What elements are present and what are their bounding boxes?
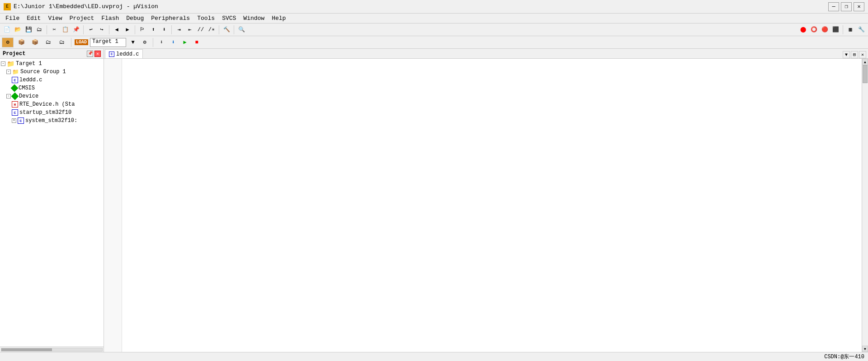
tree-device[interactable]: - Device bbox=[0, 92, 104, 100]
new-file-button[interactable]: 📄 bbox=[2, 25, 12, 35]
tab-dropdown-btn[interactable]: ▼ bbox=[843, 51, 850, 58]
menu-view[interactable]: View bbox=[44, 14, 66, 23]
cut-button[interactable]: ✂ bbox=[49, 25, 59, 35]
scroll-track[interactable] bbox=[862, 65, 868, 346]
tree-cmsis[interactable]: CMSIS bbox=[0, 84, 104, 92]
system-label: system_stm32f10: bbox=[25, 117, 77, 124]
uncomment-button[interactable]: /∗ bbox=[207, 25, 217, 35]
project-btn5[interactable]: 🗂 bbox=[56, 38, 68, 47]
flash-btn[interactable]: ⬇ bbox=[168, 38, 178, 47]
tree-source-group1[interactable]: - 📁 Source Group 1 bbox=[0, 68, 104, 76]
copy-button[interactable]: 📋 bbox=[60, 25, 70, 35]
scroll-down-btn[interactable]: ▼ bbox=[862, 346, 868, 352]
expand-target1-icon[interactable]: - bbox=[1, 61, 5, 66]
project-hscroll-track[interactable] bbox=[1, 348, 103, 352]
maximize-button[interactable]: ❐ bbox=[841, 2, 852, 11]
open-button[interactable]: 📂 bbox=[13, 25, 23, 35]
code-content[interactable] bbox=[122, 59, 862, 352]
debug-button[interactable]: ⬛ bbox=[830, 25, 840, 35]
tree-leddd-c[interactable]: C leddd.c bbox=[0, 76, 104, 84]
menu-edit[interactable]: Edit bbox=[23, 14, 44, 23]
save-all-button[interactable]: 🗂 bbox=[34, 25, 44, 35]
title-bar: E E:\Junior 1\Embedded\LED.uvproj - µVis… bbox=[0, 0, 868, 14]
system-icon: C bbox=[18, 117, 24, 124]
run-target-btn[interactable]: ▶ bbox=[180, 38, 190, 47]
menu-help[interactable]: Help bbox=[268, 14, 289, 23]
load-label: LOAD bbox=[75, 39, 88, 45]
build-button[interactable]: 🔨 bbox=[222, 25, 231, 35]
project-btn3[interactable]: 📦 bbox=[29, 38, 41, 47]
prev-bookmark-button[interactable]: ⬆ bbox=[148, 25, 158, 35]
title-left: E E:\Junior 1\Embedded\LED.uvproj - µVis… bbox=[4, 3, 158, 10]
target-dropdown[interactable]: Target 1 bbox=[90, 38, 126, 47]
project-btn1[interactable]: ⚙ bbox=[2, 38, 14, 47]
unindent-button[interactable]: ⇤ bbox=[185, 25, 195, 35]
tab-controls: ▼ ⊞ ✕ bbox=[843, 51, 868, 58]
save-button[interactable]: 💾 bbox=[24, 25, 33, 35]
display-button[interactable]: ▦ bbox=[845, 25, 855, 35]
bookmark-button[interactable]: 🏳 bbox=[137, 25, 147, 35]
project-btn4[interactable]: 🗂 bbox=[42, 38, 54, 47]
tab-leddd-c[interactable]: C leddd.c bbox=[105, 49, 143, 58]
sep9 bbox=[71, 38, 71, 47]
scroll-thumb[interactable] bbox=[863, 65, 868, 83]
startup-icon: C bbox=[12, 109, 18, 116]
target-dropdown-arrow[interactable]: ▼ bbox=[128, 38, 138, 47]
project-panel: Project 📌 ✕ - 📁 Target 1 - 📁 Source Grou… bbox=[0, 49, 104, 352]
menu-window[interactable]: Window bbox=[240, 14, 268, 23]
tree-system[interactable]: + C system_stm32f10: bbox=[0, 117, 104, 125]
step-button[interactable]: 🔴 bbox=[820, 25, 830, 35]
status-bar: CSDN:@东一410 bbox=[0, 352, 868, 361]
panel-close-btn[interactable]: ✕ bbox=[94, 51, 101, 57]
scroll-up-btn[interactable]: ▲ bbox=[862, 59, 868, 65]
close-button[interactable]: ✕ bbox=[854, 2, 864, 11]
next-bookmark-button[interactable]: ⬇ bbox=[159, 25, 169, 35]
tree-target1[interactable]: - 📁 Target 1 bbox=[0, 60, 104, 68]
redo-button[interactable]: ↪ bbox=[97, 25, 107, 35]
window-title: E:\Junior 1\Embedded\LED.uvproj - µVisio… bbox=[14, 3, 158, 10]
settings-button[interactable]: 🔧 bbox=[856, 25, 866, 35]
expand-system-icon[interactable]: + bbox=[12, 118, 16, 123]
paste-button[interactable]: 📌 bbox=[71, 25, 81, 35]
stop-target-btn[interactable]: ■ bbox=[192, 38, 202, 47]
device-label: Device bbox=[19, 93, 38, 99]
project-btn2[interactable]: 📦 bbox=[15, 38, 27, 47]
tree-rte-device[interactable]: H RTE_Device.h (Sta bbox=[0, 100, 104, 108]
project-hscroll-thumb[interactable] bbox=[1, 348, 52, 351]
menu-file[interactable]: File bbox=[2, 14, 23, 23]
stop-button[interactable]: ⭕ bbox=[809, 25, 819, 35]
rte-device-label: RTE_Device.h (Sta bbox=[19, 101, 75, 108]
indent-button[interactable]: ⇥ bbox=[174, 25, 184, 35]
minimize-button[interactable]: — bbox=[828, 2, 839, 11]
device-icon bbox=[11, 93, 19, 100]
nav-back-button[interactable]: ◀ bbox=[112, 25, 122, 35]
nav-fwd-button[interactable]: ▶ bbox=[123, 25, 132, 35]
target1-label: Target 1 bbox=[16, 61, 42, 67]
tab-close-btn[interactable]: ✕ bbox=[859, 51, 866, 58]
tab-float-btn[interactable]: ⊞ bbox=[851, 51, 858, 58]
run-button[interactable]: ⬤ bbox=[798, 25, 808, 35]
find-button[interactable]: 🔍 bbox=[236, 25, 246, 35]
sep7 bbox=[234, 25, 234, 34]
toolbar1: 📄 📂 💾 🗂 ✂ 📋 📌 ↩ ↪ ◀ ▶ 🏳 ⬆ ⬇ ⇥ ⇤ // /∗ 🔨 … bbox=[0, 23, 868, 36]
main-area: Project 📌 ✕ - 📁 Target 1 - 📁 Source Grou… bbox=[0, 49, 868, 352]
tree-startup[interactable]: C startup_stm32f10 bbox=[0, 108, 104, 117]
menu-tools[interactable]: Tools bbox=[193, 14, 218, 23]
menu-project[interactable]: Project bbox=[66, 14, 98, 23]
code-container: ▲ ▼ bbox=[104, 59, 868, 352]
comment-button[interactable]: // bbox=[196, 25, 206, 35]
settings-btn[interactable]: ⚙ bbox=[140, 38, 150, 47]
expand-sourcegroup1-icon[interactable]: - bbox=[6, 70, 11, 74]
sep5 bbox=[171, 25, 172, 34]
panel-pin-btn[interactable]: 📌 bbox=[87, 51, 93, 57]
download-btn[interactable]: ⬇ bbox=[156, 38, 166, 47]
undo-button[interactable]: ↩ bbox=[86, 25, 96, 35]
menu-peripherals[interactable]: Peripherals bbox=[147, 14, 193, 23]
vertical-scrollbar[interactable]: ▲ ▼ bbox=[862, 59, 868, 352]
menu-flash[interactable]: Flash bbox=[98, 14, 123, 23]
project-panel-header: Project 📌 ✕ bbox=[0, 49, 104, 59]
menu-debug[interactable]: Debug bbox=[123, 14, 147, 23]
menu-svcs[interactable]: SVCS bbox=[218, 14, 240, 23]
expand-device-icon[interactable]: - bbox=[6, 94, 11, 98]
project-scrollbar[interactable] bbox=[0, 347, 104, 352]
